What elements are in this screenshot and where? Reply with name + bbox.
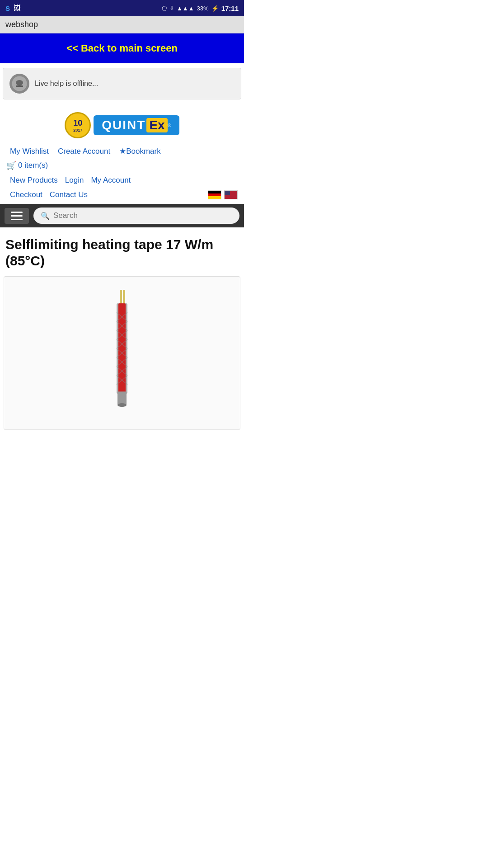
cart-icon: 🛒 (6, 160, 16, 170)
search-icon: 🔍 (41, 212, 50, 220)
create-account-link[interactable]: Create Account (54, 146, 114, 157)
cart-items-link[interactable]: 0 item(s) (18, 161, 48, 170)
clock: 17:11 (221, 5, 239, 12)
hamburger-line-2 (11, 215, 23, 217)
hamburger-line-1 (11, 212, 23, 213)
status-bar: S 🖼 ⬠ ⇩ ▲▲▲ 33% ⚡ 17:11 (0, 0, 244, 16)
bluetooth-icon: ⬠ (162, 5, 167, 12)
new-products-link[interactable]: New Products (6, 175, 61, 186)
nav-row-1: My Wishlist Create Account ★Bookmark (0, 143, 244, 160)
hamburger-menu-button[interactable] (5, 208, 29, 224)
live-help-text: Live help is offline... (35, 80, 98, 88)
search-input[interactable] (53, 211, 232, 220)
svg-rect-3 (120, 290, 122, 303)
search-input-wrap: 🔍 (33, 208, 239, 224)
svg-rect-23 (117, 392, 127, 405)
logo-reg: ® (168, 123, 171, 128)
live-help-icon (9, 74, 29, 94)
logo-badge-number: 10 (73, 118, 82, 128)
my-account-link[interactable]: My Account (87, 175, 134, 186)
logo-badge-subtext: 2017 (73, 128, 82, 132)
s-icon: S (5, 5, 10, 12)
logo-brand-suffix: Ex (146, 118, 167, 132)
bookmark-link[interactable]: ★Bookmark (116, 146, 164, 157)
live-help-bar: Live help is offline... (3, 68, 241, 99)
battery-level: 33% (197, 5, 209, 12)
product-title: Selflimiting heating tape 17 W/m (85°C) (0, 227, 244, 276)
nav-row-2: New Products Login My Account Checkout C… (0, 173, 244, 202)
back-button-label: << Back to main screen (66, 42, 178, 54)
contact-us-link[interactable]: Contact Us (46, 189, 91, 200)
download-icon: ⇩ (169, 5, 174, 11)
logo-brand-name: QUINT (102, 118, 145, 132)
search-toolbar: 🔍 (0, 204, 244, 227)
login-link[interactable]: Login (61, 175, 88, 186)
language-flags (208, 190, 238, 199)
svg-rect-4 (123, 290, 125, 303)
my-wishlist-link[interactable]: My Wishlist (6, 146, 52, 157)
svg-rect-2 (16, 85, 23, 87)
app-title: webshop (5, 20, 38, 29)
svg-point-24 (117, 403, 127, 407)
cart-row: 🛒 0 item(s) (0, 160, 244, 173)
product-title-text: Selflimiting heating tape 17 W/m (85°C) (5, 237, 213, 268)
logo-badge: 10 2017 (65, 112, 91, 138)
hamburger-line-3 (11, 219, 23, 220)
back-button[interactable]: << Back to main screen (0, 33, 244, 63)
product-image (104, 290, 140, 416)
logo-text: QUINT Ex ® (94, 115, 179, 135)
battery-icon: ⚡ (211, 5, 219, 12)
product-image-area (4, 276, 240, 430)
german-flag[interactable] (208, 190, 221, 199)
logo-area: 10 2017 QUINT Ex ® (0, 104, 244, 143)
status-left-icons: S 🖼 (5, 4, 21, 12)
svg-point-1 (16, 80, 23, 85)
checkout-link[interactable]: Checkout (6, 189, 46, 200)
english-flag[interactable] (224, 190, 238, 199)
status-right-icons: ⬠ ⇩ ▲▲▲ 33% ⚡ 17:11 (162, 5, 239, 12)
signal-icon: ▲▲▲ (177, 5, 194, 12)
image-icon: 🖼 (14, 4, 21, 12)
app-bar: webshop (0, 16, 244, 33)
